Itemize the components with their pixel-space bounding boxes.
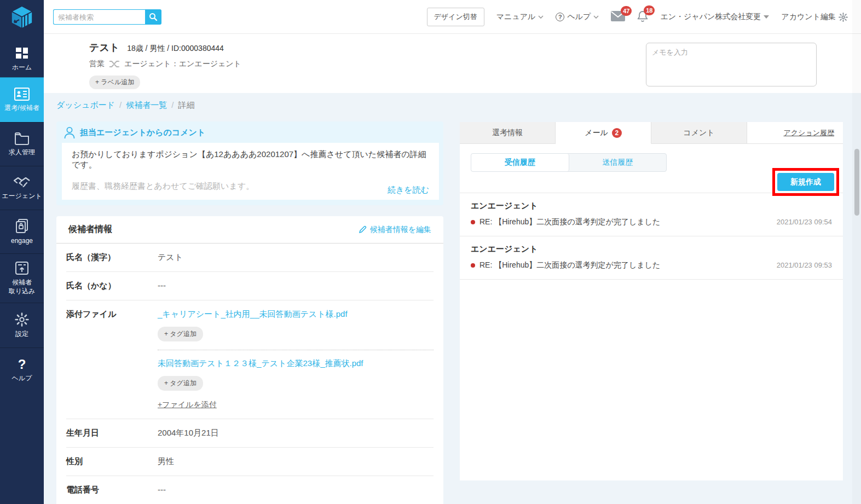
candidate-job-type: 営業 (89, 59, 105, 69)
action-history-link[interactable]: アクション履歴 (783, 128, 834, 138)
unread-dot-icon (471, 220, 475, 224)
jobs-folder-icon (14, 132, 30, 145)
mail-count-badge: 2 (612, 128, 622, 138)
design-toggle-button[interactable]: デザイン切替 (427, 8, 484, 26)
search-icon (149, 13, 158, 21)
read-more-link[interactable]: 続きを読む (388, 185, 429, 195)
help-icon: ? (18, 358, 26, 371)
breadcrumb-separator: / (171, 100, 174, 111)
help-dropdown[interactable]: ? ヘルプ (556, 12, 599, 22)
breadcrumb-candidate-list[interactable]: 候補者一覧 (126, 100, 167, 111)
attachment-file-link[interactable]: _キャリアシート_社内用__未回答動画テスト様.pdf (158, 309, 434, 320)
breadcrumb-current: 詳細 (178, 100, 194, 111)
agent-comment-line2: 履歴書、職務経歴書とあわせてご確認願います。 (72, 181, 429, 192)
edit-link-label: 候補者情報を編集 (370, 225, 431, 235)
tab-comment[interactable]: コメント (651, 122, 747, 144)
row-label: 生年月日 (66, 428, 158, 438)
mail-badge: 47 (621, 6, 632, 16)
candidate-info-card: 候補者情報 候補者情報を編集 氏名（漢字） テスト 氏名（かな） --- 添付フ… (56, 216, 443, 504)
attach-file-link[interactable]: +ファイルを添付 (158, 400, 217, 410)
candidate-name: テスト (89, 42, 119, 53)
sidebar-item-engage[interactable]: engage (0, 210, 44, 253)
info-row-name-kana: 氏名（かな） --- (66, 272, 434, 300)
sidebar-item-settings[interactable]: 設定 (0, 303, 44, 347)
tab-mail[interactable]: メール 2 (556, 122, 651, 144)
attachment-file-link[interactable]: 未回答動画テスト１２３様_テスト企業23様_推薦状.pdf (158, 358, 434, 369)
breadcrumb-dashboard[interactable]: ダッシュボード (56, 100, 115, 111)
tab-label: 選考情報 (492, 128, 523, 138)
add-tag-button[interactable]: + タグ追加 (158, 327, 203, 341)
tab-selection-info[interactable]: 選考情報 (460, 122, 556, 144)
sidebar-item-label: 選考/候補者 (4, 104, 39, 113)
agent-comment-card: 担当エージェントからのコメント お預かりしておりますポジション【あ12ああああ2… (56, 121, 443, 205)
search-button[interactable] (145, 9, 161, 25)
sidebar-item-help[interactable]: ? ヘルプ (0, 347, 44, 392)
mail-notifications[interactable]: 47 (611, 11, 625, 23)
tab-bar: 選考情報 メール 2 コメント アクション履歴 (460, 122, 843, 144)
memo-input[interactable] (646, 43, 817, 86)
add-tag-button[interactable]: + タグ追加 (158, 376, 203, 391)
mail-list-item[interactable]: エンエージェント RE: 【Hirehub】二次面接の選考判定が完了しました 2… (460, 193, 843, 236)
row-value: 男性 (158, 456, 174, 467)
sidebar-item-home[interactable]: ホーム (0, 41, 44, 77)
sidebar-item-label: engage (11, 237, 33, 246)
sidebar-item-import[interactable]: 候補者 取り込み (0, 253, 44, 303)
mail-history-toggle: 受信履歴 送信履歴 (471, 153, 667, 172)
circled-question-icon: ? (556, 13, 564, 21)
sidebar-item-label: ホーム (12, 63, 32, 72)
topbar: デザイン切替 マニュアル ? ヘルプ 47 (44, 0, 861, 34)
info-row-birthday: 生年月日 2004年10月21日 (66, 419, 434, 448)
sidebar-item-label: 候補者 取り込み (9, 279, 36, 296)
agent-comment-body: お預かりしておりますポジション【あ12ああああ20201207】へ推薦させて頂い… (62, 143, 439, 200)
row-label: 性別 (66, 456, 158, 467)
person-icon (64, 126, 75, 139)
mail-list-item[interactable]: エンエージェント RE: 【Hirehub】二次面接の選考判定が完了しました 2… (460, 236, 843, 280)
account-edit[interactable]: アカウント編集 (781, 12, 848, 22)
manual-label: マニュアル (496, 12, 536, 22)
shuffle-icon (109, 60, 120, 68)
candidate-import-icon (15, 261, 29, 275)
pencil-icon (359, 225, 367, 234)
detail-tabs-panel: 選考情報 メール 2 コメント アクション履歴 受信履歴 送信履歴 新規作成 (460, 122, 843, 480)
account-edit-label: アカウント編集 (781, 12, 836, 22)
mail-toolbar: 受信履歴 送信履歴 新規作成 (460, 144, 843, 193)
breadcrumb: ダッシュボード / 候補者一覧 / 詳細 (56, 100, 194, 111)
sidebar-item-label: ヘルプ (12, 374, 32, 383)
candidate-header: テスト 18歳 / 男性 / ID:0000380444 営業 エージェント：エ… (44, 34, 861, 93)
sent-history-toggle[interactable]: 送信履歴 (569, 154, 667, 171)
edit-candidate-info-link[interactable]: 候補者情報を編集 (359, 225, 431, 235)
manual-dropdown[interactable]: マニュアル (496, 12, 544, 22)
mail-sender: エンエージェント (471, 244, 832, 254)
mail-timestamp: 2021/01/23 09:54 (777, 218, 832, 226)
sidebar: ホーム 選考/候補者 求人管理 (0, 0, 44, 504)
scrollbar-thumb[interactable] (854, 149, 859, 216)
sidebar-item-candidates[interactable]: 選考/候補者 (0, 77, 44, 122)
new-mail-button[interactable]: 新規作成 (777, 173, 834, 191)
scrollbar-track (852, 0, 861, 504)
attachments-block: _キャリアシート_社内用__未回答動画テスト様.pdf + タグ追加 未回答動画… (158, 309, 434, 410)
hirehub-logo[interactable] (0, 0, 44, 34)
mail-sender: エンエージェント (471, 201, 832, 211)
sidebar-item-label: 求人管理 (9, 148, 35, 157)
help-label: ヘルプ (567, 12, 591, 22)
received-history-toggle[interactable]: 受信履歴 (471, 154, 569, 171)
search-input[interactable] (53, 9, 145, 25)
sidebar-item-label: 設定 (15, 330, 28, 339)
sidebar-item-jobs[interactable]: 求人管理 (0, 122, 44, 166)
row-value: 2004年10月21日 (158, 428, 219, 438)
sidebar-item-agent[interactable]: エージェント (0, 166, 44, 210)
breadcrumb-separator: / (119, 100, 122, 111)
info-row-attachments: 添付ファイル _キャリアシート_社内用__未回答動画テスト様.pdf + タグ追… (66, 300, 434, 419)
home-icon (15, 46, 29, 60)
info-row-gender: 性別 男性 (66, 448, 434, 476)
agent-comment-title: 担当エージェントからのコメント (80, 128, 205, 138)
mail-subject: RE: 【Hirehub】二次面接の選考判定が完了しました (479, 217, 660, 227)
company-dropdown[interactable]: エン・ジャパン株式会社変更 (660, 12, 769, 22)
bell-notifications[interactable]: 18 (637, 10, 648, 24)
engage-icon (15, 218, 29, 234)
add-label-button[interactable]: + ラベル追加 (89, 76, 140, 89)
info-row-name-kanji: 氏名（漢字） テスト (66, 244, 434, 272)
bell-badge: 18 (644, 5, 655, 15)
mail-subject: RE: 【Hirehub】二次面接の選考判定が完了しました (479, 260, 660, 270)
tab-label: コメント (683, 128, 714, 138)
